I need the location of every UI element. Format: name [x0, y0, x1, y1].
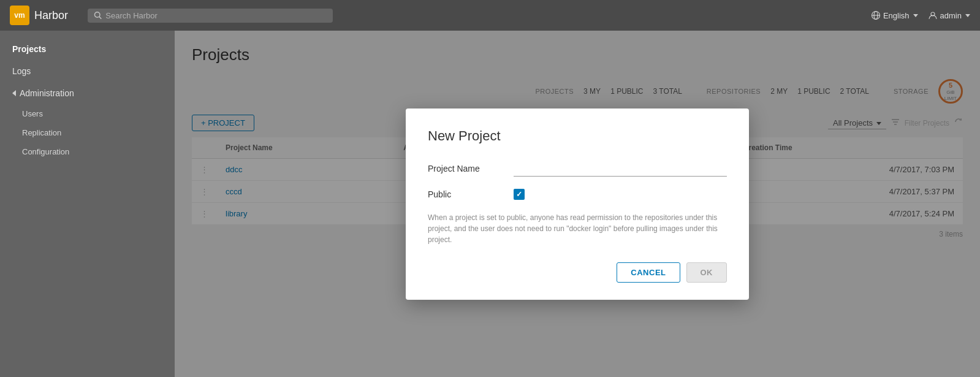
sidebar-item-logs[interactable]: Logs	[0, 60, 175, 82]
language-selector[interactable]: English	[871, 10, 918, 20]
chevron-left-icon	[12, 90, 16, 96]
svg-point-0	[94, 12, 100, 18]
user-chevron-icon	[965, 14, 970, 17]
sidebar: Projects Logs Administration Users Repli…	[0, 31, 175, 377]
modal-actions: CANCEL OK	[428, 262, 727, 283]
project-name-row: Project Name	[428, 161, 727, 177]
sidebar-item-replication[interactable]: Replication	[0, 123, 175, 142]
user-menu[interactable]: admin	[928, 10, 970, 20]
modal-overlay: New Project Project Name Public When a p…	[175, 31, 980, 377]
public-checkbox[interactable]	[514, 189, 525, 200]
public-label: Public	[428, 189, 501, 199]
main-content: Projects PROJECTS 3 MY 1 PUBLIC 3 TOTAL …	[175, 31, 980, 377]
project-name-label: Project Name	[428, 164, 501, 173]
logo: vm Harbor	[10, 6, 68, 25]
search-bar[interactable]	[88, 9, 333, 23]
logo-icon: vm	[10, 6, 29, 25]
app-name: Harbor	[34, 9, 68, 22]
search-icon	[94, 11, 102, 20]
ok-button[interactable]: OK	[686, 262, 727, 283]
sidebar-item-projects[interactable]: Projects	[0, 38, 175, 60]
svg-line-1	[99, 17, 101, 18]
public-hint: When a project is set to public, anyone …	[428, 212, 727, 245]
top-navigation: vm Harbor English admin	[0, 0, 980, 31]
public-row: Public	[428, 189, 727, 200]
new-project-modal: New Project Project Name Public When a p…	[406, 109, 749, 300]
main-layout: Projects Logs Administration Users Repli…	[0, 31, 980, 377]
language-label: English	[883, 11, 910, 20]
sidebar-item-users[interactable]: Users	[0, 104, 175, 123]
user-label: admin	[940, 11, 962, 20]
chevron-down-icon	[913, 14, 918, 17]
topnav-right: English admin	[871, 10, 970, 20]
sidebar-admin-group[interactable]: Administration	[0, 82, 175, 104]
sidebar-item-configuration[interactable]: Configuration	[0, 142, 175, 161]
project-name-input[interactable]	[514, 161, 727, 177]
search-input[interactable]	[105, 11, 327, 20]
modal-title: New Project	[428, 128, 727, 144]
user-icon	[928, 10, 938, 20]
globe-icon	[871, 10, 881, 20]
cancel-button[interactable]: CANCEL	[617, 262, 680, 283]
